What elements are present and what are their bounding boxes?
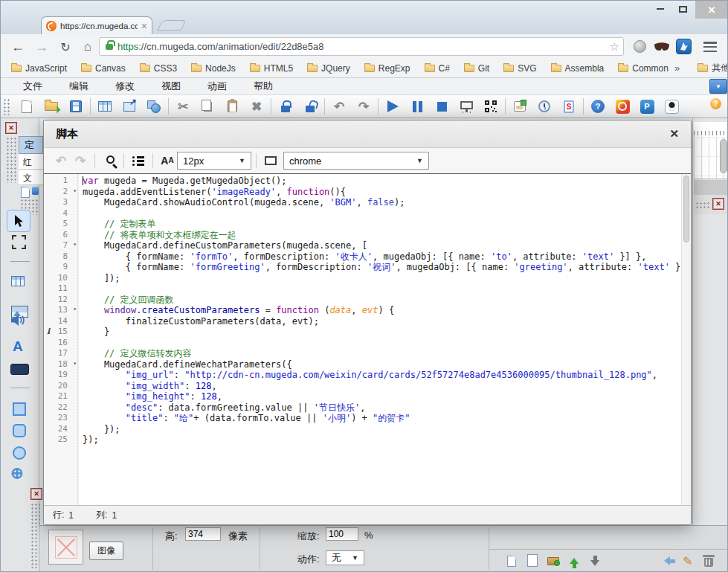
gutter-line[interactable]: 21 bbox=[44, 391, 77, 402]
undo-button[interactable]: ↶ bbox=[331, 98, 347, 115]
gutter-line[interactable]: 7▾ bbox=[44, 240, 77, 251]
code-line[interactable]: "img_url": "http://cdn-cn.mugeda.com/wei… bbox=[83, 370, 691, 381]
add-folder-button[interactable] bbox=[547, 554, 560, 568]
pause-button[interactable] bbox=[409, 98, 425, 115]
bookmark-item[interactable]: Assembla bbox=[551, 63, 605, 74]
export-button[interactable] bbox=[121, 98, 138, 115]
code-line[interactable]: { formName: 'formGreeting', formDescript… bbox=[83, 262, 691, 273]
scale-input[interactable] bbox=[326, 527, 358, 541]
gutter-line[interactable]: 11 bbox=[44, 283, 77, 295]
redo-button[interactable]: ↷ bbox=[355, 98, 372, 115]
image-button[interactable]: 图像 bbox=[89, 542, 123, 560]
code-line[interactable]: "img_height": 128, bbox=[83, 391, 691, 402]
gutter-line[interactable]: 9 bbox=[44, 262, 77, 273]
rounded-rect-tool[interactable] bbox=[13, 424, 26, 437]
bookmark-item[interactable]: Canvas bbox=[81, 63, 126, 74]
unlock-button[interactable] bbox=[302, 98, 318, 115]
mini-page-icon[interactable] bbox=[21, 187, 30, 198]
close-panel-button[interactable]: ✕ bbox=[30, 488, 42, 500]
panel-grip[interactable] bbox=[6, 137, 17, 183]
gutter-line[interactable]: 24 bbox=[44, 424, 77, 435]
lock-button[interactable] bbox=[277, 98, 294, 115]
code-line[interactable]: mugeda.addEventListener('imageReady', fu… bbox=[83, 187, 691, 198]
code-line[interactable]: // 将表单项和文本框绑定在一起 bbox=[83, 230, 691, 241]
gutter-line[interactable]: 25 bbox=[44, 434, 77, 446]
code-line[interactable]: window.createCustomParameters = function… bbox=[83, 305, 691, 316]
code-line[interactable]: // 定义回调函数 bbox=[83, 295, 691, 306]
play-button[interactable] bbox=[384, 98, 401, 115]
code-line[interactable]: MugedaCard.defineCustomParameters(mugeda… bbox=[83, 240, 691, 251]
fold-arrow-icon[interactable]: ▾ bbox=[73, 187, 77, 194]
code-line[interactable]: // 定义微信转发内容 bbox=[83, 348, 691, 359]
editor-redo-button[interactable]: ↷ bbox=[71, 152, 90, 170]
new-tab-button[interactable] bbox=[157, 20, 186, 30]
gutter-line[interactable]: 23 bbox=[44, 413, 77, 424]
gutter-line[interactable]: 13▾ bbox=[44, 305, 77, 316]
code-line[interactable]: var mugeda = Mugeda.getMugedaObject(); bbox=[83, 176, 691, 187]
mini-blue-icon[interactable] bbox=[32, 187, 39, 195]
bookmark-star-icon[interactable]: ☆ bbox=[610, 40, 619, 54]
gutter-line[interactable]: 2▾ bbox=[44, 187, 77, 198]
stop-button[interactable] bbox=[434, 98, 450, 115]
tips-button[interactable]: ? bbox=[710, 98, 721, 115]
close-panel-button[interactable]: ✕ bbox=[712, 198, 724, 210]
font-size-select[interactable]: 12px ▼ bbox=[177, 152, 251, 170]
code-line[interactable]: }); bbox=[83, 434, 691, 446]
bookmark-item[interactable]: Common bbox=[618, 63, 669, 74]
bookmark-item[interactable]: NodeJs bbox=[191, 63, 236, 74]
reload-button[interactable]: ↻ bbox=[56, 37, 75, 57]
present-button[interactable] bbox=[458, 98, 474, 115]
fold-arrow-icon[interactable]: ▾ bbox=[73, 360, 77, 367]
close-panel-button[interactable]: ✕ bbox=[5, 122, 17, 134]
save-button[interactable] bbox=[68, 98, 84, 115]
code-line[interactable] bbox=[83, 208, 691, 219]
panel-grip[interactable] bbox=[695, 202, 710, 208]
select-tool[interactable] bbox=[7, 210, 30, 232]
help-button[interactable]: ? bbox=[590, 98, 606, 115]
gutter-line[interactable]: 5 bbox=[44, 219, 77, 230]
timer-button[interactable] bbox=[536, 98, 553, 115]
code-line[interactable] bbox=[83, 283, 691, 295]
edit-button[interactable]: ✎ bbox=[681, 554, 695, 568]
bookmark-item[interactable]: RegExp bbox=[364, 63, 410, 74]
cut-button[interactable]: ✂ bbox=[175, 98, 191, 115]
mask-extension-icon[interactable] bbox=[654, 42, 670, 52]
toolbar-grip[interactable] bbox=[3, 98, 10, 115]
globe-extension-icon[interactable] bbox=[634, 40, 646, 53]
editor-code[interactable]: var mugeda = Mugeda.getMugedaObject();mu… bbox=[78, 174, 691, 507]
image-placeholder[interactable] bbox=[48, 530, 83, 565]
pengyou-share-button[interactable]: P bbox=[639, 98, 655, 115]
menu-帮助[interactable]: 帮助 bbox=[254, 80, 300, 93]
code-line[interactable]: { formName: 'formTo', formDescription: '… bbox=[83, 251, 691, 263]
clipboard-s-button[interactable]: S bbox=[561, 98, 577, 115]
editor-outline-button[interactable] bbox=[129, 152, 148, 170]
theme-select[interactable]: chrome ▼ bbox=[283, 152, 429, 170]
menu-文件[interactable]: 文件 bbox=[23, 80, 69, 93]
editor-undo-button[interactable]: ↶ bbox=[51, 152, 71, 170]
form-button[interactable] bbox=[97, 98, 113, 115]
gutter-line[interactable]: 16 bbox=[44, 338, 77, 349]
scrollbar-thumb[interactable] bbox=[683, 176, 689, 242]
sphere-tool[interactable]: ⊕ bbox=[10, 465, 24, 481]
editor-scrollbar[interactable] bbox=[681, 174, 691, 507]
bookmark-item[interactable]: C# bbox=[425, 63, 450, 74]
qq-share-button[interactable] bbox=[663, 98, 680, 115]
chrome-menu-button[interactable] bbox=[703, 42, 717, 52]
menu-expand-button[interactable]: ▼ bbox=[709, 79, 727, 94]
gutter-line[interactable]: 18▾ bbox=[44, 359, 77, 370]
bookmark-item[interactable]: SVG bbox=[503, 63, 536, 74]
font-size-button[interactable]: AA bbox=[158, 152, 177, 170]
gutter-line[interactable]: 3 bbox=[44, 197, 77, 208]
copy-button[interactable] bbox=[199, 98, 216, 115]
open-button[interactable] bbox=[43, 98, 59, 115]
gutter-line[interactable]: 10 bbox=[44, 273, 77, 284]
dialog-header[interactable]: 脚本 ✕ bbox=[44, 120, 691, 148]
forward-button[interactable]: → bbox=[32, 37, 51, 57]
circle-tool[interactable] bbox=[13, 446, 26, 460]
home-button[interactable]: ⌂ bbox=[78, 37, 97, 57]
layer-row[interactable]: 定 bbox=[19, 136, 43, 154]
back-button[interactable]: ← bbox=[8, 37, 28, 57]
gutter-line[interactable]: 12 bbox=[44, 295, 77, 306]
gutter-line[interactable]: 4 bbox=[44, 208, 77, 219]
gutter-line[interactable]: 19 bbox=[44, 370, 77, 381]
